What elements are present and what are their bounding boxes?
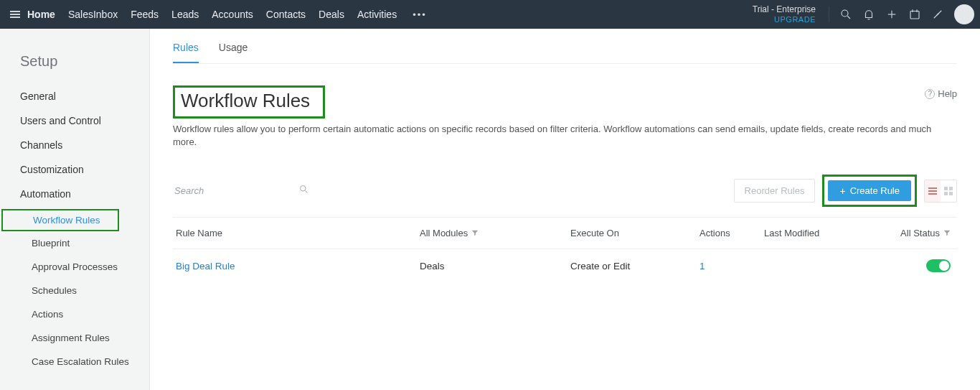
view-toggle bbox=[924, 180, 957, 203]
rule-execute: Create or Edit bbox=[570, 261, 699, 271]
filter-icon bbox=[943, 228, 951, 238]
svg-line-9 bbox=[937, 11, 942, 16]
nav-accounts[interactable]: Accounts bbox=[212, 9, 253, 20]
search-icon[interactable] bbox=[839, 8, 852, 21]
sidebar-item-channels[interactable]: Channels bbox=[0, 133, 149, 157]
topnav-right: Trial - Enterprise UPGRADE bbox=[753, 4, 974, 24]
nav-items: Home SalesInbox Feeds Leads Accounts Con… bbox=[27, 9, 430, 20]
plus-icon[interactable] bbox=[885, 8, 898, 21]
th-actions: Actions bbox=[699, 228, 764, 238]
tab-rules[interactable]: Rules bbox=[173, 42, 199, 63]
plus-icon: + bbox=[839, 186, 845, 196]
sidebar-item-customization[interactable]: Customization bbox=[0, 157, 149, 182]
rule-name-link[interactable]: Big Deal Rule bbox=[176, 261, 420, 271]
sidebar-item-general[interactable]: General bbox=[0, 84, 149, 108]
rule-actions-count[interactable]: 1 bbox=[699, 261, 764, 271]
page-description: Workflow rules allow you to perform cert… bbox=[173, 123, 957, 149]
nav-activities[interactable]: Activities bbox=[357, 9, 397, 20]
page-title: Workflow Rules bbox=[181, 90, 310, 112]
nav-feeds[interactable]: Feeds bbox=[131, 9, 159, 20]
tools-icon[interactable] bbox=[931, 8, 944, 21]
page-title-highlight: Workflow Rules bbox=[173, 85, 325, 119]
help-icon: ? bbox=[925, 89, 935, 99]
nav-deals[interactable]: Deals bbox=[319, 9, 344, 20]
nav-contacts[interactable]: Contacts bbox=[266, 9, 306, 20]
sidebar-item-escalation[interactable]: Case Escalation Rules bbox=[0, 350, 149, 373]
reorder-rules-button[interactable]: Reorder Rules bbox=[734, 179, 816, 203]
nav-more-icon[interactable]: ••• bbox=[410, 9, 430, 20]
sidebar-item-actions[interactable]: Actions bbox=[0, 302, 149, 326]
search-input[interactable] bbox=[173, 181, 309, 201]
create-rule-label: Create Rule bbox=[850, 185, 900, 196]
sidebar: Setup General Users and Control Channels… bbox=[0, 29, 150, 390]
svg-line-1 bbox=[847, 16, 850, 19]
tab-usage[interactable]: Usage bbox=[219, 42, 248, 63]
avatar[interactable] bbox=[954, 4, 974, 24]
nav-leads[interactable]: Leads bbox=[171, 9, 199, 20]
svg-rect-5 bbox=[910, 11, 919, 19]
search-field-icon bbox=[298, 184, 309, 197]
toolbar: Reorder Rules + Create Rule bbox=[173, 175, 957, 207]
sidebar-list: General Users and Control Channels Custo… bbox=[0, 84, 149, 373]
list-view-button[interactable] bbox=[925, 180, 941, 202]
rules-table: Rule Name All Modules Execute On Actions… bbox=[173, 217, 957, 282]
th-modified: Last Modified bbox=[764, 228, 893, 238]
search-wrap bbox=[173, 181, 309, 201]
tabs: Rules Usage bbox=[173, 29, 957, 64]
svg-point-10 bbox=[301, 185, 306, 191]
table-row: Big Deal Rule Deals Create or Edit 1 bbox=[173, 249, 957, 282]
th-modules[interactable]: All Modules bbox=[420, 228, 570, 238]
th-status-label: All Status bbox=[900, 228, 940, 238]
main-content: Rules Usage Workflow Rules ? Help Workfl… bbox=[150, 29, 980, 390]
sidebar-item-workflow-rules[interactable]: Workflow Rules bbox=[1, 209, 119, 231]
sidebar-item-assignment[interactable]: Assignment Rules bbox=[0, 326, 149, 350]
create-rule-button[interactable]: + Create Rule bbox=[828, 180, 911, 201]
sidebar-item-approval[interactable]: Approval Processes bbox=[0, 255, 149, 279]
svg-point-0 bbox=[842, 10, 848, 17]
rule-module: Deals bbox=[420, 261, 570, 271]
upgrade-link[interactable]: UPGRADE bbox=[753, 15, 816, 24]
th-modules-label: All Modules bbox=[420, 228, 468, 238]
top-nav: Home SalesInbox Feeds Leads Accounts Con… bbox=[0, 0, 980, 29]
th-execute: Execute On bbox=[570, 228, 699, 238]
th-status[interactable]: All Status bbox=[893, 228, 951, 238]
trial-block: Trial - Enterprise UPGRADE bbox=[753, 5, 816, 24]
trial-label: Trial - Enterprise bbox=[753, 5, 816, 15]
grid-view-button[interactable] bbox=[941, 180, 956, 202]
help-link[interactable]: ? Help bbox=[925, 88, 957, 99]
th-rule-name: Rule Name bbox=[176, 228, 420, 238]
svg-line-11 bbox=[305, 190, 307, 192]
nav-home[interactable]: Home bbox=[27, 9, 55, 20]
sidebar-item-schedules[interactable]: Schedules bbox=[0, 279, 149, 302]
nav-salesinbox[interactable]: SalesInbox bbox=[68, 9, 118, 20]
help-label: Help bbox=[938, 88, 957, 99]
bell-icon[interactable] bbox=[862, 8, 875, 21]
sidebar-item-blueprint[interactable]: Blueprint bbox=[0, 231, 149, 255]
calendar-icon[interactable] bbox=[908, 8, 921, 21]
sidebar-item-automation[interactable]: Automation bbox=[0, 182, 149, 206]
sidebar-item-users[interactable]: Users and Control bbox=[0, 108, 149, 133]
sidebar-title: Setup bbox=[0, 46, 149, 84]
table-header: Rule Name All Modules Execute On Actions… bbox=[173, 217, 957, 249]
create-rule-highlight: + Create Rule bbox=[822, 175, 917, 207]
filter-icon bbox=[471, 228, 479, 238]
menu-icon[interactable] bbox=[6, 9, 20, 19]
status-toggle[interactable] bbox=[926, 259, 951, 272]
